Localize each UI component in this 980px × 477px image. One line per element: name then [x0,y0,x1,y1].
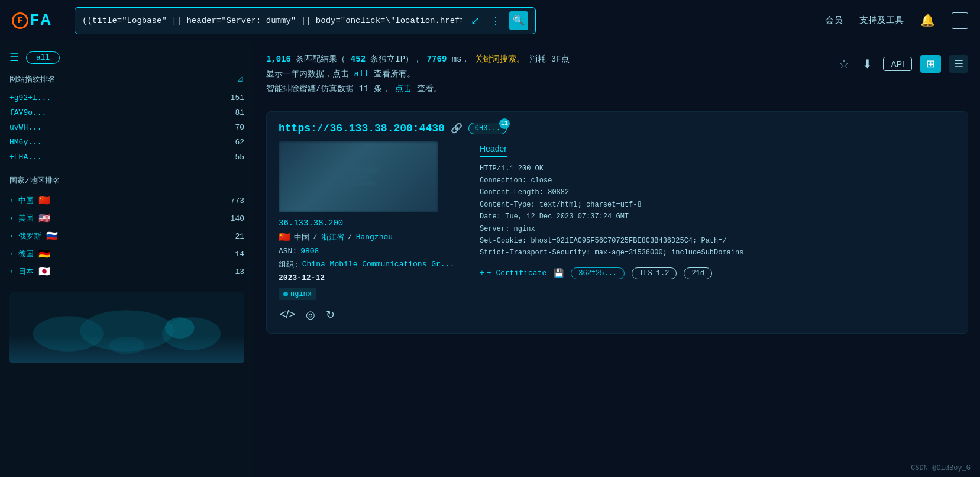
card-location: 🇨🇳 中国 / 浙江省 / Hangzhou [279,231,468,243]
flag-icon-1: 🇺🇸 [38,212,50,224]
fingerprint-count-2: 70 [235,123,244,132]
card-screenshot [279,141,438,212]
time-label: ms， [452,54,470,64]
list-item[interactable]: +g92+l... 151 [9,91,244,105]
country-section-title: 国家/地区排名 [9,175,244,186]
list-item[interactable]: › 美国 🇺🇸 140 [9,210,244,227]
cert-save-icon[interactable]: 💾 [554,268,564,278]
star-button[interactable]: ☆ [836,54,852,73]
fingerprint-filter-icon[interactable]: ⊿ [237,73,244,85]
result-meta: 1,016 条匹配结果（ 452 条独立IP）， 7769 ms， 关键词搜索。… [266,52,570,97]
flag-icon-2: 🇷🇺 [46,230,58,242]
cert-hash-tag[interactable]: 362f25... [571,267,625,279]
fingerprint-count-3: 62 [235,138,244,147]
chevron-right-icon: › [9,197,14,204]
card-org-row: 组织: China Mobile Communications Gr... [279,259,468,270]
click-view-link[interactable]: 点击 [395,84,412,94]
list-item[interactable]: › 日本 🇯🇵 13 [9,263,244,281]
cert-label[interactable]: + + Certificate [480,269,546,278]
nginx-tag: nginx [279,288,316,300]
card-badge[interactable]: 0H3... 11 [468,123,507,134]
grid-view-button[interactable]: ⊞ [920,55,941,73]
result-count: 1,016 [266,54,291,64]
card-ip[interactable]: 36.133.38.200 [279,218,468,228]
notification-icon[interactable]: 🔔 [920,13,935,28]
card-url-row: https://36.133.38.200:4430 🔗 0H3... 11 [279,123,956,134]
card-left: 36.133.38.200 🇨🇳 中国 / 浙江省 / Hangzhou ASN… [279,141,468,323]
globe-icon: ◎ [306,309,315,321]
card-tags: nginx [279,288,468,300]
badge-label: 0H3... [475,124,500,133]
card-flag: 🇨🇳 [279,231,290,243]
link-icon: 🔗 [451,123,462,134]
country-count-0: 773 [231,196,244,205]
sidebar-top: ☰ all [9,51,244,64]
footer-credit: CSDN @OidBoy_G [911,464,971,472]
fingerprint-count-0: 151 [231,94,244,102]
nav-member[interactable]: 会员 [825,15,843,26]
globe-action-button[interactable]: ◎ [305,307,316,323]
card-body: 36.133.38.200 🇨🇳 中国 / 浙江省 / Hangzhou ASN… [279,141,956,323]
card-country: 中国 [294,232,309,243]
fingerprint-label-1: fAV9o... [9,108,46,117]
org-name[interactable]: China Mobile Communications Gr... [302,260,454,269]
card-right: Header HTTP/1.1 200 OK Connection: close… [480,141,956,323]
cert-row: + + Certificate 💾 362f25... TLS 1.2 21d [480,267,956,279]
code-action-button[interactable]: </> [279,307,296,323]
fingerprint-list: +g92+l... 151 fAV9o... 81 uvWH... 70 HM6… [9,91,244,165]
header: F FA ⤢ ⋮ 🔍 会员 支持及工具 🔔 [0,0,980,41]
search-button[interactable]: 🔍 [509,11,528,30]
search-bar[interactable]: ⤢ ⋮ 🔍 [75,7,536,34]
card-city[interactable]: Hangzhou [356,233,393,241]
country-count-2: 21 [235,232,244,241]
keyword-search-link[interactable]: 关键词搜索。 [475,54,525,64]
all-badge[interactable]: all [26,51,60,64]
more-options-button[interactable]: ⋮ [488,13,503,28]
chevron-right-icon: › [9,215,14,222]
unique-label: 条独立IP）， [370,54,422,64]
country-name-4: 日本 [18,266,34,277]
country-count-3: 14 [235,250,244,259]
card-actions: </> ◎ ↻ [279,307,468,323]
result-label: 条匹配结果（ [296,54,345,64]
list-item[interactable]: › 德国 🇩🇪 14 [9,245,244,263]
all-link[interactable]: all [354,69,368,79]
card-date: 2023-12-12 [279,273,468,282]
nav-tools[interactable]: 支持及工具 [859,15,904,26]
sidebar: ☰ all 网站指纹排名 ⊿ +g92+l... 151 fAV9o... 81… [0,41,254,477]
logo-text: FA [30,11,52,30]
code-icon: </> [280,308,295,320]
card-url-link[interactable]: https://36.133.38.200:4430 [279,123,445,134]
country-name-0: 中国 [18,195,34,206]
list-item[interactable]: fAV9o... 81 [9,105,244,120]
api-button[interactable]: API [883,57,912,71]
country-name-1: 美国 [18,213,34,224]
country-count-4: 13 [235,267,244,276]
fingerprint-label-0: +g92+l... [9,94,51,102]
list-item[interactable]: › 中国 🇨🇳 773 [9,192,244,210]
unique-ip-count: 452 [351,54,366,64]
asn-label: ASN: [279,247,297,256]
download-button[interactable]: ⬇ [860,54,875,73]
search-input[interactable] [82,16,462,25]
card-province[interactable]: 浙江省 [321,232,344,243]
list-item[interactable]: › 俄罗斯 🇷🇺 21 [9,227,244,245]
flag-icon-3: 🇩🇪 [38,248,50,260]
refresh-icon: ↻ [326,309,335,321]
header-nav: 会员 支持及工具 🔔 [825,12,968,29]
list-item[interactable]: uvWH... 70 [9,120,244,135]
svg-point-3 [109,337,145,354]
badge-count: 11 [499,118,510,129]
card-header-content: HTTP/1.1 200 OK Connection: close Conten… [480,163,956,259]
header-box[interactable] [952,12,968,29]
asn-number[interactable]: 9808 [300,247,319,256]
days-tag: 21d [684,267,712,279]
list-item[interactable]: +FHA... 55 [9,150,244,165]
header-tab[interactable]: Header [480,141,507,157]
refresh-action-button[interactable]: ↻ [325,307,336,323]
filter-icon[interactable]: ☰ [9,51,19,64]
list-item[interactable]: HM6y... 62 [9,135,244,150]
expand-button[interactable]: ⤢ [468,13,482,28]
country-count-1: 140 [231,214,244,223]
list-view-button[interactable]: ☰ [949,55,968,73]
